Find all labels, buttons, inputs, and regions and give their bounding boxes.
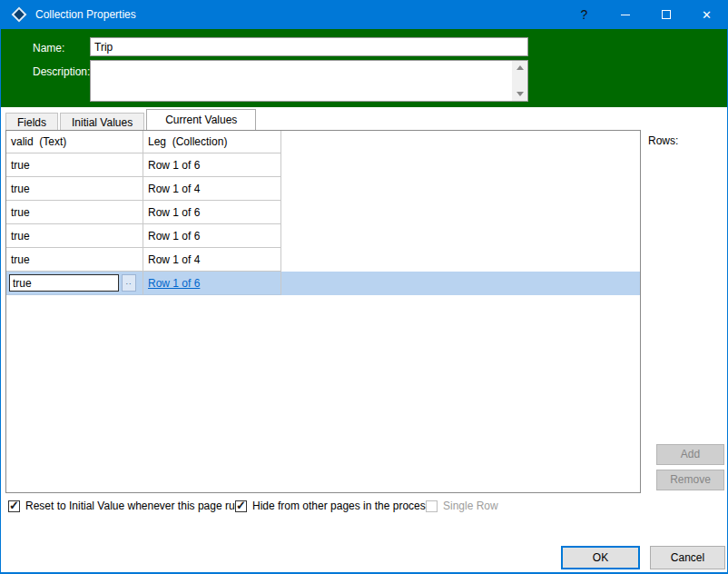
valid-cell[interactable]: true [6, 153, 143, 177]
leg-cell[interactable]: Row 1 of 6 [143, 153, 281, 177]
tab-current-values-label: Current Values [165, 114, 237, 126]
leg-cell-editable: Row 1 of 6 Clear [143, 272, 281, 295]
maximize-button[interactable] [645, 0, 686, 29]
leg-collection-link[interactable]: Row 1 of 6 [148, 277, 200, 290]
help-icon: ? [581, 7, 588, 22]
column-header-valid: valid (Text) [6, 131, 143, 153]
ellipsis-button[interactable]: .. [122, 274, 136, 292]
add-button[interactable]: Add [656, 444, 724, 465]
tab-current-values[interactable]: Current Values [146, 109, 256, 130]
column-header-leg: Leg (Collection) [143, 131, 281, 153]
valid-cell[interactable]: true [6, 248, 143, 272]
checkbox-hide-from-other-pages[interactable]: Hide from other pages in the process [235, 500, 431, 512]
remove-button[interactable]: Remove [656, 470, 724, 490]
minimize-icon [621, 15, 630, 15]
description-label: Description: [33, 65, 90, 78]
valid-value-input[interactable] [9, 274, 119, 292]
description-box [90, 60, 528, 102]
checkbox-label: Reset to Initial Value whenever this pag… [25, 500, 246, 512]
name-label: Name: [33, 42, 64, 54]
checked-checkbox-icon[interactable] [235, 500, 247, 512]
cancel-button[interactable]: Cancel [650, 546, 725, 569]
values-table: valid (Text) Leg (Collection) true Row 1… [5, 130, 641, 493]
table-row[interactable]: true Row 1 of 4 [6, 248, 640, 272]
table-header-row: valid (Text) Leg (Collection) [6, 131, 640, 153]
tab-fields[interactable]: Fields [5, 113, 58, 130]
table-row[interactable]: true Row 1 of 6 [6, 153, 640, 177]
maximize-icon [662, 10, 671, 19]
leg-cell[interactable]: Row 1 of 6 [143, 201, 281, 224]
valid-cell-editable: .. [6, 272, 143, 295]
name-input[interactable] [90, 37, 528, 56]
header-panel: Name: Description: [1, 29, 727, 107]
close-icon: ✕ [702, 8, 712, 22]
collection-properties-dialog: Collection Properties ? ✕ Name: Descript… [0, 0, 728, 574]
checked-checkbox-icon[interactable] [8, 500, 20, 512]
description-scrollbar[interactable] [512, 61, 527, 101]
scroll-up-icon[interactable] [512, 61, 527, 74]
rows-label: Rows: [648, 134, 678, 147]
scroll-down-icon[interactable] [512, 87, 527, 101]
table-row[interactable]: true Row 1 of 4 [6, 177, 640, 201]
window-title: Collection Properties [35, 8, 564, 21]
leg-cell[interactable]: Row 1 of 6 [143, 224, 281, 248]
close-button[interactable]: ✕ [686, 0, 727, 29]
options-row: Reset to Initial Value whenever this pag… [1, 500, 727, 516]
collection-icon [12, 7, 27, 23]
valid-cell[interactable]: true [6, 177, 143, 201]
checkbox-single-row: Single Row [426, 500, 498, 512]
table-row[interactable]: true Row 1 of 6 [6, 224, 640, 248]
unchecked-checkbox-icon [426, 500, 438, 512]
ok-button[interactable]: OK [561, 546, 640, 569]
valid-cell[interactable]: true [6, 201, 143, 224]
leg-cell[interactable]: Row 1 of 4 [143, 248, 281, 272]
leg-cell[interactable]: Row 1 of 4 [143, 177, 281, 201]
tab-fields-label: Fields [17, 116, 46, 129]
checkbox-label: Hide from other pages in the process [252, 500, 431, 512]
title-bar: Collection Properties ? ✕ [1, 0, 727, 29]
table-row-selected[interactable]: .. Row 1 of 6 Clear [6, 272, 640, 295]
checkbox-label: Single Row [443, 500, 498, 512]
valid-cell[interactable]: true [6, 224, 143, 248]
minimize-button[interactable] [605, 0, 645, 29]
tab-initial-values[interactable]: Initial Values [60, 113, 144, 130]
tab-strip: Fields Initial Values Current Values [5, 109, 256, 130]
tab-initial-values-label: Initial Values [72, 116, 133, 129]
checkbox-reset-initial-value[interactable]: Reset to Initial Value whenever this pag… [8, 500, 246, 512]
table-row[interactable]: true Row 1 of 6 [6, 201, 640, 224]
help-button[interactable]: ? [564, 0, 605, 29]
description-input[interactable] [91, 61, 512, 101]
